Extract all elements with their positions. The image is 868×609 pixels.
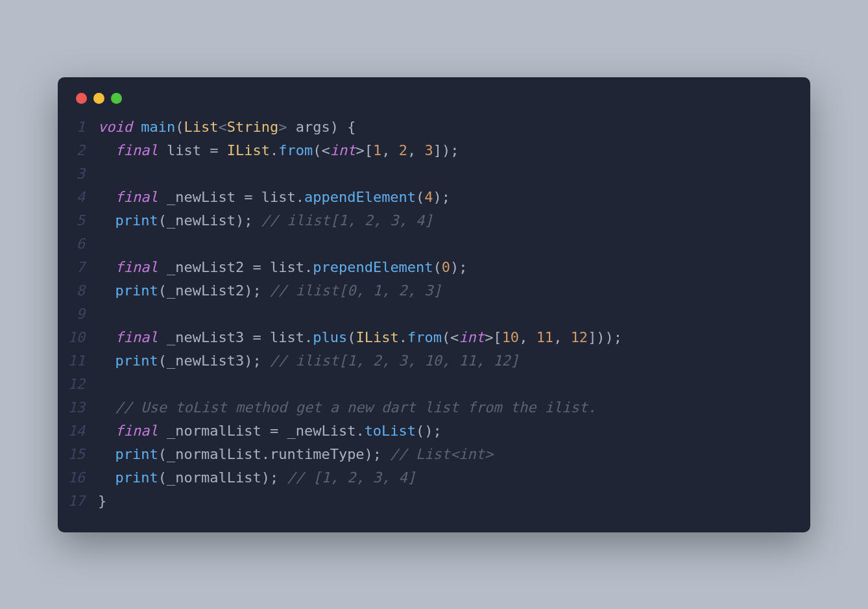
token-punct (98, 353, 115, 369)
token-ident: _newList. (278, 423, 364, 439)
token-punct: = (210, 142, 218, 158)
code-content: print(_normalList); // [1, 2, 3, 4] (98, 466, 797, 490)
token-punct: >[ (485, 329, 502, 345)
token-punct: ( (416, 189, 424, 205)
token-ident: list. (261, 259, 313, 275)
close-button[interactable] (76, 93, 87, 104)
line-number: 12 (58, 373, 98, 396)
line-number: 7 (58, 256, 98, 279)
code-line: 9 (58, 303, 797, 326)
token-punct: (); (416, 423, 442, 439)
token-punct-dim: < (218, 119, 226, 135)
code-content: print(_normalList.runtimeType); // List<… (98, 443, 797, 466)
line-number: 8 (58, 279, 98, 303)
token-punct (98, 469, 115, 486)
code-line: 16 print(_normalList); // [1, 2, 3, 4] (58, 466, 797, 490)
code-content (98, 232, 797, 256)
token-punct: ( (347, 329, 356, 345)
code-content (98, 303, 797, 326)
line-number: 1 (58, 116, 98, 139)
token-method: prependElement (313, 259, 433, 275)
line-number: 6 (58, 232, 98, 256)
token-punct: . (270, 142, 278, 158)
token-ident: _normalList (158, 423, 270, 439)
code-line: 17} (58, 490, 797, 513)
token-punct: >[ (356, 142, 373, 158)
token-comment: // ilist[1, 2, 3, 10, 11, 12] (270, 353, 519, 369)
line-number: 4 (58, 186, 98, 209)
code-line: 12 (58, 373, 797, 396)
token-ident (218, 142, 226, 158)
token-kw-final: final (115, 423, 158, 439)
line-number: 10 (58, 326, 98, 349)
token-comment: // ilist[1, 2, 3, 4] (261, 212, 433, 229)
token-num: 2 (399, 142, 407, 158)
token-method: appendElement (304, 189, 416, 205)
code-content: // Use toList method get a new dart list… (98, 396, 797, 419)
token-comment: // [1, 2, 3, 4] (287, 469, 416, 486)
token-num: 3 (424, 142, 433, 158)
code-line: 7 final _newList2 = list.prependElement(… (58, 256, 797, 279)
line-number: 15 (58, 443, 98, 466)
minimize-button[interactable] (93, 93, 104, 104)
code-content: print(_newList2); // ilist[0, 1, 2, 3] (98, 279, 797, 303)
token-punct: , (553, 329, 571, 345)
code-line: 3 (58, 162, 797, 186)
token-punct (98, 189, 115, 205)
token-punct: ])); (588, 329, 622, 345)
code-line: 4 final _newList = list.appendElement(4)… (58, 186, 797, 209)
token-type: String (227, 119, 278, 135)
token-fn-main: main (141, 119, 175, 135)
token-punct (98, 399, 115, 416)
line-number: 5 (58, 209, 98, 232)
token-ident: list (158, 142, 210, 158)
token-kw-void: void (98, 119, 132, 135)
code-line: 2 final list = IList.from(<int>[1, 2, 3]… (58, 139, 797, 162)
token-punct: ); (433, 189, 451, 205)
token-punct: , (519, 329, 536, 345)
token-punct: ]); (433, 142, 459, 158)
token-punct: ) { (330, 119, 356, 135)
token-punct: } (98, 493, 106, 509)
code-content (98, 373, 797, 396)
token-kw-int: int (459, 329, 485, 345)
token-num: 11 (536, 329, 554, 345)
code-line: 14 final _normalList = _newList.toList()… (58, 419, 797, 443)
code-line: 11 print(_newList3); // ilist[1, 2, 3, 1… (58, 349, 797, 373)
token-punct: (_newList2); (158, 282, 270, 299)
code-editor[interactable]: 1void main(List<String> args) {2 final l… (58, 116, 810, 513)
token-punct: . (399, 329, 407, 345)
token-comment: // List<int> (390, 446, 493, 462)
code-content: print(_newList); // ilist[1, 2, 3, 4] (98, 209, 797, 232)
token-type: List (184, 119, 218, 135)
maximize-button[interactable] (111, 93, 122, 104)
code-content: final list = IList.from(<int>[1, 2, 3]); (98, 139, 797, 162)
token-num: 10 (502, 329, 520, 345)
token-punct: = (252, 259, 261, 275)
token-punct (98, 282, 115, 299)
token-call: print (115, 353, 158, 369)
token-num: 0 (442, 259, 450, 275)
token-punct: (_normalList.runtimeType); (158, 446, 391, 462)
token-punct: (_normalList); (158, 469, 287, 486)
code-content: final _newList2 = list.prependElement(0)… (98, 256, 797, 279)
token-punct: (_newList3); (158, 353, 270, 369)
token-method: plus (313, 329, 347, 345)
token-punct (98, 142, 115, 158)
line-number: 9 (58, 303, 98, 326)
token-call: print (115, 446, 158, 462)
token-ident: list. (261, 329, 313, 345)
code-line: 5 print(_newList); // ilist[1, 2, 3, 4] (58, 209, 797, 232)
token-punct (98, 423, 115, 439)
token-kw-int: int (330, 142, 356, 158)
token-punct-dim: > (278, 119, 287, 135)
token-punct: , (407, 142, 425, 158)
code-line: 6 (58, 232, 797, 256)
token-num: 12 (571, 329, 588, 345)
code-content: print(_newList3); // ilist[1, 2, 3, 10, … (98, 349, 797, 373)
token-num: 1 (373, 142, 381, 158)
line-number: 13 (58, 396, 98, 419)
token-comment: // ilist[0, 1, 2, 3] (270, 282, 442, 299)
token-punct: , (381, 142, 399, 158)
code-line: 15 print(_normalList.runtimeType); // Li… (58, 443, 797, 466)
